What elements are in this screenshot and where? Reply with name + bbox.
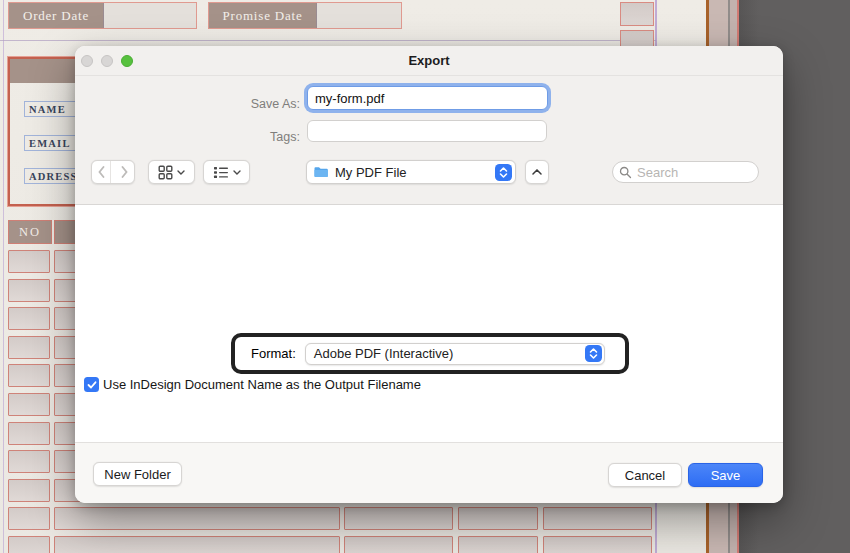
form-table-cell	[8, 307, 50, 330]
format-dropdown[interactable]: Adobe PDF (Interactive)	[305, 343, 605, 365]
form-table-cell	[8, 393, 50, 416]
back-button[interactable]	[92, 161, 111, 183]
form-table-cell	[54, 507, 340, 530]
list-view-icon	[213, 166, 229, 179]
use-name-checkbox-label[interactable]: Use InDesign Document Name as the Output…	[103, 377, 421, 392]
form-table-cell	[543, 536, 652, 553]
forward-button[interactable]	[115, 161, 134, 183]
form-table-cell	[8, 450, 50, 473]
chevron-down-icon	[177, 170, 185, 175]
save-as-label: Save As:	[75, 97, 300, 111]
icon-view-button[interactable]	[148, 160, 195, 184]
form-table-cell	[8, 364, 50, 387]
tags-label: Tags:	[75, 130, 300, 144]
use-name-checkbox[interactable]	[84, 377, 99, 392]
chevron-left-icon	[98, 166, 105, 178]
collapse-panel-button[interactable]	[525, 160, 549, 184]
tags-input[interactable]	[307, 120, 547, 142]
form-table-cell	[344, 536, 453, 553]
cancel-button[interactable]: Cancel	[608, 463, 682, 487]
location-dropdown[interactable]: My PDF File	[306, 160, 516, 184]
stepper-icon	[495, 164, 512, 181]
folder-icon	[313, 165, 329, 179]
screen: Order Date Promise Date NAME EMAIL ADRES…	[0, 0, 850, 553]
chevron-down-icon	[233, 170, 241, 175]
new-folder-button[interactable]: New Folder	[93, 462, 182, 486]
form-table-cell	[8, 336, 50, 359]
format-row-highlight: Format: Adobe PDF (Interactive)	[231, 333, 629, 374]
export-dialog: Export Save As: Tags: My PDF File	[75, 46, 783, 503]
form-table-cell	[8, 479, 50, 502]
form-table-cell	[8, 279, 50, 302]
search-input[interactable]	[612, 161, 759, 183]
save-button[interactable]: Save	[688, 463, 763, 487]
chevron-right-icon	[121, 166, 128, 178]
form-table-cell	[344, 507, 453, 530]
form-table-cell	[8, 422, 50, 445]
chevron-up-icon	[532, 169, 542, 175]
form-table-cell	[8, 507, 50, 530]
save-as-input[interactable]	[307, 86, 548, 110]
form-table-cell	[54, 536, 340, 553]
form-table-cell	[543, 507, 652, 530]
search-icon	[619, 166, 632, 179]
location-dropdown-value: My PDF File	[329, 165, 495, 180]
history-nav-group	[91, 160, 135, 184]
format-label: Format:	[251, 346, 296, 361]
checkmark-icon	[87, 380, 97, 390]
list-view-button[interactable]	[203, 160, 250, 184]
dialog-title: Export	[75, 46, 783, 76]
form-table-cell	[458, 536, 538, 553]
grid-view-icon	[158, 165, 173, 180]
form-table-cell	[8, 250, 50, 273]
stepper-icon	[585, 345, 602, 362]
file-browser-area[interactable]	[75, 206, 783, 442]
format-dropdown-value: Adobe PDF (Interactive)	[308, 346, 585, 361]
form-table-cell	[458, 507, 538, 530]
form-table-cell	[8, 536, 50, 553]
